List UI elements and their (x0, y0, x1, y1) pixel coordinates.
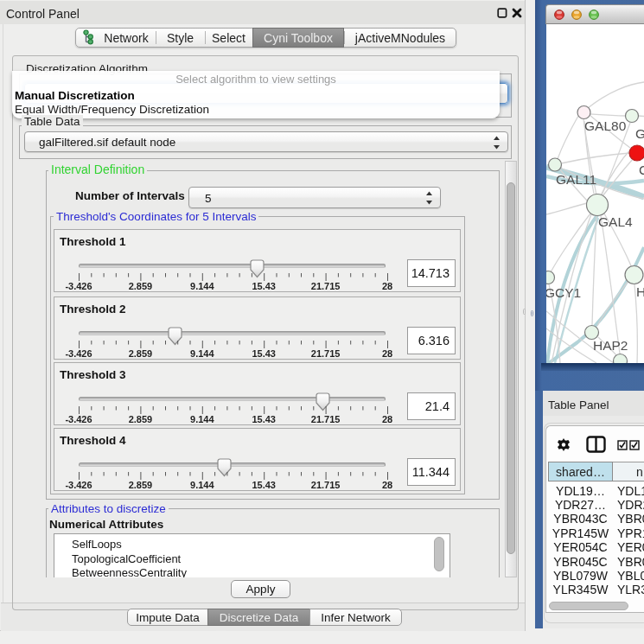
svg-text:GAL80: GAL80 (584, 118, 627, 133)
svg-text:G.: G. (635, 126, 644, 141)
svg-text:C: C (639, 163, 644, 177)
svg-text:GCY1: GCY1 (546, 285, 581, 300)
svg-text:GAL4: GAL4 (598, 214, 633, 229)
svg-text:H: H (636, 284, 644, 299)
svg-text:GAL11: GAL11 (556, 172, 596, 187)
svg-text:HAP2: HAP2 (593, 338, 628, 353)
